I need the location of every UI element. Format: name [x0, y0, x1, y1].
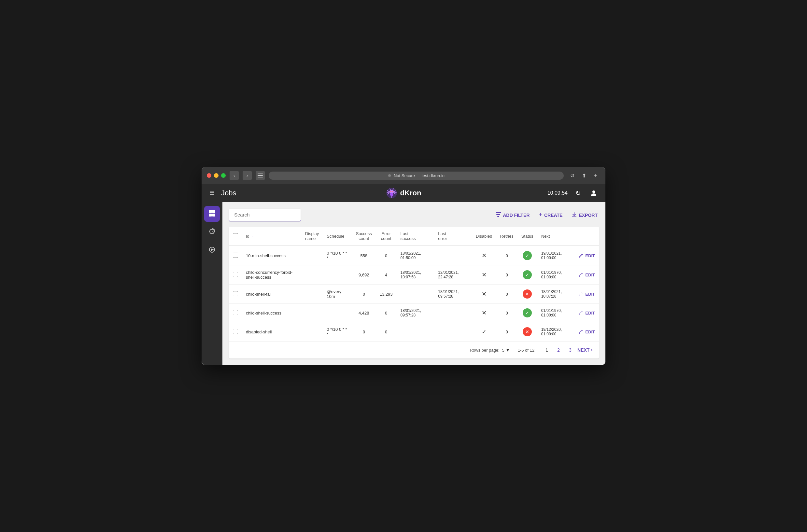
sidebar-toggle-button[interactable]	[256, 171, 265, 180]
page-3-button[interactable]: 3	[566, 345, 575, 355]
security-icon: ⊘	[388, 173, 391, 178]
search-input[interactable]	[229, 209, 301, 222]
row-checkbox[interactable]	[233, 329, 238, 334]
jobs-table-container: Id ↑ Displayname Schedule Successcount E…	[229, 227, 599, 359]
app-header: ☰ Jobs	[202, 184, 605, 202]
row-checkbox-cell	[229, 265, 242, 285]
active-bar	[204, 209, 206, 219]
th-id[interactable]: Id ↑	[242, 227, 301, 246]
status-error-icon: ✕	[523, 327, 532, 336]
row-error-count: 13,293	[376, 285, 397, 304]
row-display-name	[301, 285, 323, 304]
row-schedule	[323, 265, 352, 285]
app: ☰ Jobs	[202, 184, 605, 365]
row-retries: 0	[496, 285, 518, 304]
row-display-name	[301, 246, 323, 265]
new-tab-button[interactable]: +	[591, 171, 600, 180]
row-success-count: 558	[352, 246, 376, 265]
sidebar-item-dashboard[interactable]	[204, 206, 220, 222]
edit-button[interactable]: EDIT	[579, 329, 595, 335]
svg-rect-1	[258, 175, 263, 176]
row-id: child-shell-success	[242, 304, 301, 322]
row-checkbox[interactable]	[233, 272, 238, 277]
app-logo: dKron	[386, 187, 421, 199]
account-button[interactable]	[588, 188, 599, 198]
row-last-success	[397, 285, 434, 304]
svg-rect-0	[258, 173, 263, 174]
row-last-success	[397, 322, 434, 342]
add-filter-button[interactable]: ADD FILTER	[494, 210, 531, 221]
hamburger-button[interactable]: ☰	[208, 188, 216, 198]
table-row: child-concurrency-forbid-shell-success9,…	[229, 265, 599, 285]
forward-button[interactable]: ›	[243, 171, 252, 180]
table-row: child-shell-success4,428018/01/2021, 09:…	[229, 304, 599, 322]
row-schedule: 0 */10 0 * * *	[323, 246, 352, 265]
page-2-button[interactable]: 2	[554, 345, 563, 355]
add-filter-label: ADD FILTER	[503, 213, 529, 218]
share-button[interactable]: ⬆	[579, 171, 588, 180]
back-button[interactable]: ‹	[230, 171, 239, 180]
status-success-icon: ✓	[523, 270, 532, 279]
toolbar-actions: ADD FILTER + CREATE	[494, 209, 599, 221]
rows-per-page-value: 5	[502, 348, 504, 353]
table-row: child-shell-fail@every 10m013,29318/01/2…	[229, 285, 599, 304]
row-edit-cell: EDIT	[575, 246, 599, 265]
page-range-info: 1-5 of 12	[518, 348, 534, 353]
sidebar-item-executions[interactable]	[204, 224, 220, 240]
row-disabled: ✓	[472, 322, 496, 342]
edit-button[interactable]: EDIT	[579, 292, 595, 297]
svg-point-5	[390, 193, 393, 196]
select-all-checkbox[interactable]	[233, 233, 238, 238]
sidebar-item-jobs[interactable]	[204, 243, 220, 258]
disabled-check-icon: ✓	[482, 328, 487, 335]
row-edit-cell: EDIT	[575, 304, 599, 322]
row-last-error	[434, 304, 472, 322]
row-last-success: 18/01/2021, 01:50:00	[397, 246, 434, 265]
browser-actions: ↺ ⬆ +	[568, 171, 600, 180]
row-checkbox[interactable]	[233, 310, 238, 315]
dashboard-icon	[208, 210, 215, 218]
sidebar	[202, 202, 222, 365]
row-status: ✓	[518, 304, 537, 322]
maximize-traffic-light[interactable]	[221, 173, 226, 178]
next-page-button[interactable]: NEXT ›	[577, 347, 593, 353]
time-display: 10:09:54	[547, 190, 568, 196]
row-checkbox[interactable]	[233, 253, 238, 258]
svg-rect-20	[209, 214, 212, 216]
row-disabled: ✕	[472, 265, 496, 285]
export-button[interactable]: EXPORT	[570, 209, 599, 221]
svg-marker-24	[211, 248, 214, 251]
edit-button[interactable]: EDIT	[579, 310, 595, 316]
minimize-traffic-light[interactable]	[214, 173, 219, 178]
dkron-logo-icon	[386, 187, 398, 199]
th-next: Next	[537, 227, 575, 246]
row-checkbox-cell	[229, 285, 242, 304]
row-next: 19/12/2020, 01:00:00	[537, 322, 575, 342]
page-1-button[interactable]: 1	[542, 345, 551, 355]
reload-button[interactable]: ↺	[568, 171, 577, 180]
edit-button[interactable]: EDIT	[579, 253, 595, 258]
content-area: ADD FILTER + CREATE	[222, 202, 605, 365]
jobs-table: Id ↑ Displayname Schedule Successcount E…	[229, 227, 599, 341]
rows-per-page-select[interactable]: 5 ▼	[502, 348, 510, 353]
table-row: disabled-shell0 */10 0 * * *00✓0✕19/12/2…	[229, 322, 599, 342]
row-error-count: 0	[376, 304, 397, 322]
svg-rect-21	[212, 214, 215, 216]
edit-button[interactable]: EDIT	[579, 272, 595, 278]
row-edit-cell: EDIT	[575, 322, 599, 342]
svg-rect-19	[212, 210, 215, 213]
disabled-x-icon: ✕	[482, 291, 487, 297]
svg-rect-2	[258, 177, 263, 177]
row-error-count: 0	[376, 246, 397, 265]
sort-asc-icon: ↑	[252, 234, 254, 238]
main-layout: ADD FILTER + CREATE	[202, 202, 605, 365]
row-id: child-concurrency-forbid-shell-success	[242, 265, 301, 285]
header-refresh-button[interactable]: ↻	[573, 188, 583, 198]
row-checkbox[interactable]	[233, 291, 238, 296]
row-last-success: 18/01/2021, 09:57:28	[397, 304, 434, 322]
row-next: 01/01/1970, 01:00:00	[537, 265, 575, 285]
create-button[interactable]: + CREATE	[537, 209, 564, 221]
address-bar[interactable]: ⊘ Not Secure — test.dkron.io	[269, 172, 564, 180]
pagination: Rows per page: 5 ▼ 1-5 of 12 1 2 3 NEXT …	[229, 341, 599, 359]
close-traffic-light[interactable]	[207, 173, 211, 178]
